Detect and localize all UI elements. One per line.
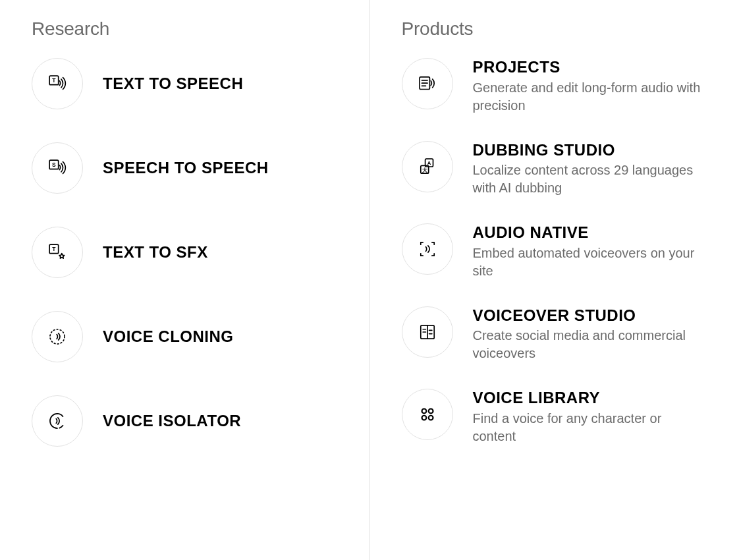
text-to-speech-icon: T (32, 58, 83, 109)
research-column: Research T TEXT TO SPEECH S (0, 0, 370, 560)
voice-library-icon (402, 389, 453, 440)
svg-point-23 (422, 416, 426, 420)
menu-item-voice-cloning[interactable]: VOICE CLONING (32, 311, 338, 362)
menu-item-audio-native[interactable]: AUDIO NATIVE Embed automated voiceovers … (402, 223, 708, 280)
menu-item-title: TEXT TO SPEECH (103, 74, 243, 93)
voiceover-studio-icon (402, 306, 453, 358)
menu-item-text-to-speech[interactable]: T TEXT TO SPEECH (32, 58, 338, 109)
svg-point-21 (422, 409, 426, 414)
menu-item-desc: Localize content across 29 languages wit… (473, 161, 708, 197)
projects-icon (402, 58, 453, 109)
menu-item-title: DUBBING STUDIO (473, 141, 708, 159)
menu-item-voice-isolator[interactable]: VOICE ISOLATOR (32, 395, 338, 447)
menu-item-desc: Embed automated voiceovers on your site (473, 244, 708, 280)
research-heading: Research (32, 18, 338, 40)
svg-point-24 (428, 416, 433, 420)
products-heading: Products (402, 18, 708, 40)
svg-text:大: 大 (422, 167, 427, 173)
menu-item-projects[interactable]: PROJECTS Generate and edit long-form aud… (402, 58, 708, 115)
menu-item-title: AUDIO NATIVE (473, 223, 708, 242)
menu-item-voiceover-studio[interactable]: VOICEOVER STUDIO Create social media and… (402, 306, 708, 363)
menu-item-text-to-sfx[interactable]: T TEXT TO SFX (32, 227, 338, 278)
speech-to-speech-icon: S (32, 142, 83, 194)
menu-item-speech-to-speech[interactable]: S SPEECH TO SPEECH (32, 142, 338, 194)
menu-item-title: VOICE LIBRARY (473, 389, 708, 407)
products-column: Products PROJECTS Generate and edit long… (370, 0, 740, 560)
menu-item-title: VOICEOVER STUDIO (473, 306, 708, 325)
svg-point-22 (428, 409, 433, 414)
audio-native-icon (402, 223, 453, 275)
menu-item-desc: Create social media and commercial voice… (473, 327, 708, 362)
svg-text:S: S (52, 161, 56, 168)
menu-item-title: TEXT TO SFX (103, 243, 208, 262)
voice-isolator-icon (32, 395, 83, 447)
svg-text:T: T (52, 77, 56, 84)
menu-item-voice-library[interactable]: VOICE LIBRARY Find a voice for any chara… (402, 389, 708, 445)
text-to-sfx-icon: T (32, 227, 83, 278)
menu-item-title: PROJECTS (473, 58, 708, 76)
menu-item-title: VOICE ISOLATOR (103, 412, 241, 430)
menu-item-desc: Find a voice for any character or conten… (473, 410, 708, 445)
voice-cloning-icon (32, 311, 83, 362)
dubbing-studio-icon: A 大 (402, 141, 453, 192)
menu-item-dubbing-studio[interactable]: A 大 DUBBING STUDIO Localize content acro… (402, 141, 708, 198)
svg-text:T: T (52, 246, 56, 252)
menu-item-title: SPEECH TO SPEECH (103, 159, 269, 177)
menu-item-title: VOICE CLONING (103, 327, 234, 346)
menu-item-desc: Generate and edit long-form audio with p… (473, 79, 708, 115)
